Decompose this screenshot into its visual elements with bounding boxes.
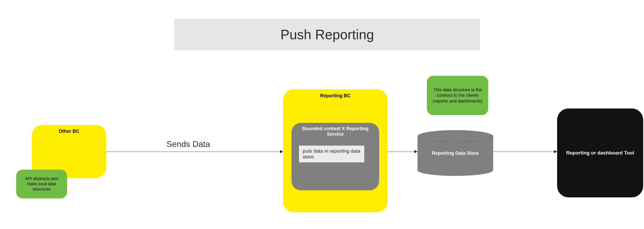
edge-store-to-tool xyxy=(493,152,554,152)
note-contract-text: This data structure is the contract to t… xyxy=(431,87,485,104)
node-data-store: Reporting Data Store xyxy=(418,130,493,176)
edge-sends-data-head xyxy=(280,150,283,153)
node-reporting-service-inner-text: puts data in reporting data store xyxy=(303,148,360,159)
node-other-bc-label: Other BC xyxy=(59,129,79,134)
node-reporting-service-inner: puts data in reporting data store xyxy=(299,146,364,162)
title-banner: Push Reporting xyxy=(174,19,480,50)
note-contract: This data structure is the contract to t… xyxy=(427,76,488,115)
edge-store-to-tool-head xyxy=(554,150,557,153)
edge-sends-data xyxy=(106,152,280,152)
note-api-abstracts-text: API abstracts and hides local data struc… xyxy=(20,176,63,192)
title-text: Push Reporting xyxy=(281,27,374,42)
diagram-canvas: Push Reporting Other BC API abstracts an… xyxy=(0,0,644,229)
edge-bc-to-store xyxy=(387,152,414,152)
node-tool: Reporting or dashboard Tool xyxy=(557,108,643,197)
node-reporting-bc-label: Reporting BC xyxy=(320,93,350,98)
node-data-store-label: Reporting Data Store xyxy=(418,151,493,156)
edge-sends-data-label: Sends Data xyxy=(166,139,210,149)
node-reporting-service-label: Bounded context X Reporting Service xyxy=(291,126,379,137)
node-tool-label: Reporting or dashboard Tool xyxy=(566,150,634,156)
note-api-abstracts: API abstracts and hides local data struc… xyxy=(16,170,67,198)
edge-bc-to-store-head xyxy=(414,150,418,153)
